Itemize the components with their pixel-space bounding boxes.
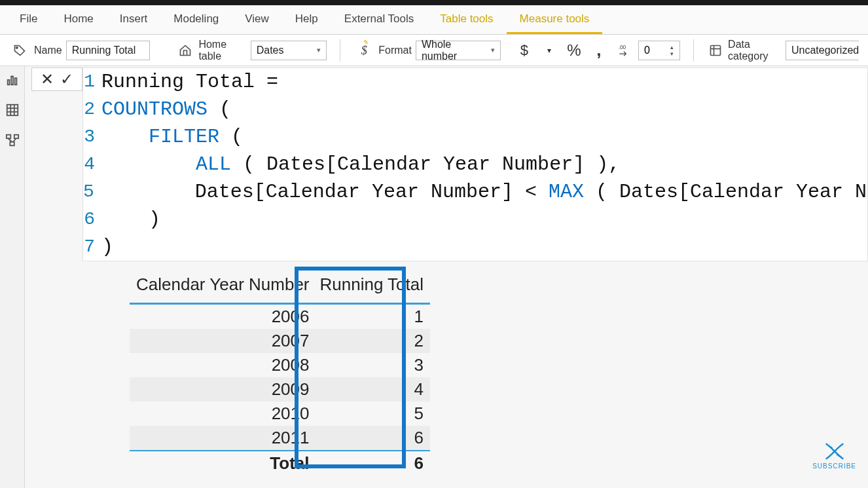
cell-year: 2011 (130, 426, 316, 451)
line-number: 3 (83, 123, 98, 151)
cell-year: 2009 (130, 377, 316, 402)
total-value: 6 (316, 451, 431, 476)
left-view-rail (0, 66, 25, 488)
svg-rect-8 (7, 105, 18, 116)
formula-bar-controls: ✕ ✓ (31, 67, 82, 91)
format-label: Format (378, 45, 412, 56)
data-category-select[interactable]: Uncategorized (786, 41, 859, 60)
comma-button[interactable]: , (588, 40, 609, 61)
cell-running-total: 5 (316, 402, 431, 426)
formula-line[interactable]: 7) (83, 233, 867, 261)
divider (340, 39, 340, 62)
tab-modeling[interactable]: Modeling (160, 5, 232, 34)
home-table-label: Home table (198, 39, 246, 62)
svg-text:.00: .00 (619, 44, 626, 50)
format-icon: $✎ (353, 40, 374, 61)
line-number: 6 (83, 206, 98, 233)
home-icon (176, 40, 195, 61)
code-text[interactable]: Dates[Calendar Year Number] < MAX ( Date… (97, 178, 868, 206)
formula-line[interactable]: 1Running Total = (83, 68, 867, 96)
tab-external-tools[interactable]: External Tools (331, 5, 427, 34)
formula-editor[interactable]: 1Running Total = 2COUNTROWS (3 FILTER (4… (82, 67, 868, 261)
cell-year: 2008 (130, 353, 316, 377)
svg-rect-5 (7, 80, 9, 84)
table-row[interactable]: 20083 (130, 353, 430, 377)
chevron-down-icon: ▾ (317, 46, 321, 54)
cell-running-total: 6 (316, 426, 431, 451)
currency-button[interactable]: $ (514, 40, 535, 61)
cell-year: 2010 (130, 402, 316, 426)
tab-measure-tools[interactable]: Measure tools (507, 5, 603, 34)
tab-insert[interactable]: Insert (107, 5, 161, 34)
tab-file[interactable]: File (7, 5, 50, 34)
line-number: 5 (83, 178, 97, 206)
subscribe-label: SUBSCRIBE (812, 462, 856, 470)
formula-line[interactable]: 4 ALL ( Dates[Calendar Year Number] ), (83, 151, 867, 178)
tag-icon (9, 40, 30, 61)
table-row[interactable]: 20116 (130, 426, 430, 451)
tab-view[interactable]: View (232, 5, 282, 34)
svg-rect-14 (14, 135, 18, 139)
data-category-value: Uncategorized (791, 45, 859, 56)
home-table-value: Dates (257, 45, 284, 56)
decimals-spinner[interactable]: 0 ▴▾ (638, 41, 680, 60)
measure-name-input[interactable]: Running Total (66, 41, 150, 60)
formula-line[interactable]: 3 FILTER ( (83, 123, 867, 151)
formula-commit-button[interactable]: ✓ (60, 70, 73, 88)
line-number: 7 (83, 233, 98, 261)
format-value: Whole number (422, 39, 486, 62)
code-text[interactable]: ) (98, 233, 113, 261)
main-canvas: ✕ ✓ 1Running Total = 2COUNTROWS (3 FILTE… (25, 66, 868, 488)
format-select[interactable]: Whole number ▾ (416, 41, 501, 60)
dna-icon (822, 441, 848, 461)
code-text[interactable]: FILTER ( (98, 123, 243, 151)
currency-dropdown[interactable]: ▾ (539, 40, 560, 61)
model-view-icon[interactable] (5, 133, 20, 147)
data-view-icon[interactable] (5, 103, 20, 117)
ribbon-tabs: File Home Insert Modeling View Help Exte… (0, 5, 868, 35)
decimal-increase-button[interactable]: .00 (613, 40, 634, 61)
table-row[interactable]: 20105 (130, 402, 430, 426)
name-label: Name (34, 45, 62, 56)
svg-point-0 (16, 47, 18, 48)
percent-button[interactable]: % (564, 40, 585, 61)
ribbon-toolbar: Name Running Total Home table Dates ▾ $✎… (0, 35, 868, 66)
table-row[interactable]: 20094 (130, 377, 430, 402)
code-text[interactable]: COUNTROWS ( (98, 96, 231, 123)
tab-help[interactable]: Help (282, 5, 331, 34)
svg-rect-6 (11, 77, 13, 85)
column-header-running-total[interactable]: Running Total (316, 271, 431, 304)
cell-running-total: 4 (316, 377, 431, 402)
code-text[interactable]: ) (98, 206, 160, 233)
formula-cancel-button[interactable]: ✕ (41, 70, 54, 88)
window-titlebar (0, 0, 868, 5)
formula-line[interactable]: 6 ) (83, 206, 867, 233)
data-category-label: Data category (728, 39, 782, 62)
total-label: Total (130, 451, 316, 476)
report-view-icon[interactable] (5, 73, 20, 87)
column-header-year[interactable]: Calendar Year Number (130, 271, 316, 304)
table-row[interactable]: 20072 (130, 329, 430, 353)
line-number: 2 (83, 96, 98, 123)
table-row[interactable]: 20061 (130, 305, 430, 329)
formula-line[interactable]: 2COUNTROWS ( (83, 96, 867, 123)
cell-year: 2007 (130, 329, 316, 353)
svg-rect-13 (6, 135, 10, 139)
cell-running-total: 3 (316, 353, 431, 377)
cell-year: 2006 (130, 305, 316, 329)
cell-running-total: 1 (316, 305, 431, 329)
result-table: Calendar Year Number Running Total 20061… (130, 271, 430, 476)
home-table-select[interactable]: Dates ▾ (251, 41, 327, 60)
svg-rect-15 (10, 142, 14, 146)
svg-rect-2 (710, 45, 720, 55)
svg-rect-7 (14, 78, 16, 84)
tab-table-tools[interactable]: Table tools (427, 5, 506, 34)
chevron-down-icon: ▾ (491, 46, 495, 54)
tab-home[interactable]: Home (50, 5, 106, 34)
formula-line[interactable]: 5 Dates[Calendar Year Number] < MAX ( Da… (83, 178, 867, 206)
code-text[interactable]: Running Total = (98, 68, 290, 96)
decimals-value: 0 (639, 45, 670, 56)
line-number: 4 (83, 151, 98, 178)
spinner-arrows[interactable]: ▴▾ (670, 44, 679, 57)
code-text[interactable]: ALL ( Dates[Calendar Year Number] ), (98, 151, 620, 178)
